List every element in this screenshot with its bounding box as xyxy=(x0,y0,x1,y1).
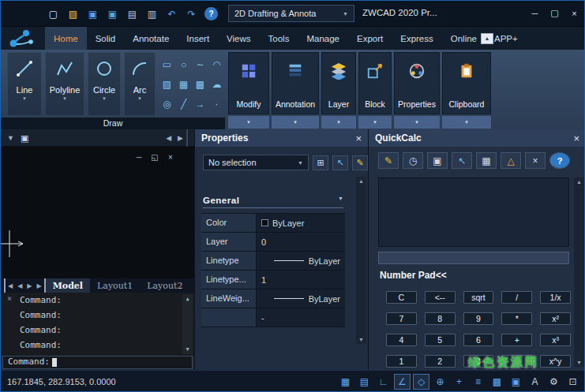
region-icon[interactable]: ▦ xyxy=(175,74,192,94)
tab-home[interactable]: Home xyxy=(45,27,87,50)
properties-panel-button[interactable]: Properties xyxy=(394,52,440,114)
scroll-right-icon[interactable]: ▶ xyxy=(174,129,186,147)
number-pad-toggle[interactable]: Number Pad<< xyxy=(380,270,447,281)
scroll-left-icon[interactable]: ◀ xyxy=(163,129,174,147)
doc-restore-button[interactable]: ◱ xyxy=(149,153,160,162)
scroll-up-icon[interactable]: ▲ xyxy=(576,177,582,186)
property-value[interactable]: 1 xyxy=(257,271,345,289)
distance-icon[interactable]: ▦ xyxy=(476,152,497,169)
properties-scrollbar[interactable]: ▲ ▼ xyxy=(356,177,366,344)
key-multiply[interactable]: * xyxy=(501,312,532,325)
tab-annotate[interactable]: Annotate xyxy=(124,27,178,50)
key-3[interactable]: 3 xyxy=(463,355,494,368)
doc-minimize-button[interactable]: ─ xyxy=(133,153,144,162)
key-7[interactable]: 7 xyxy=(386,312,417,325)
key-backspace[interactable]: <-- xyxy=(425,291,456,304)
history-icon[interactable]: ◷ xyxy=(403,152,423,169)
paste-icon[interactable]: ▣ xyxy=(427,152,448,169)
block-panel-button[interactable]: Block xyxy=(358,52,392,114)
close-icon[interactable]: × xyxy=(355,133,362,144)
clipboard-panel-strip[interactable]: ▼ xyxy=(442,116,491,129)
drawing-canvas[interactable]: ─ ◱ × xyxy=(1,147,194,278)
point-icon[interactable]: · xyxy=(208,95,225,114)
clipboard-panel-button[interactable]: Clipboard xyxy=(442,52,491,114)
property-value[interactable]: ByLayer xyxy=(257,252,345,270)
save-icon[interactable]: ▣ xyxy=(86,7,99,21)
modify-panel-strip[interactable]: ▼ xyxy=(228,116,269,129)
donut-icon[interactable]: ◎ xyxy=(159,95,175,114)
maximize-button[interactable]: ▢ xyxy=(545,5,564,21)
key-square[interactable]: x² xyxy=(540,312,571,325)
gear-icon[interactable]: ⚙ xyxy=(546,374,562,390)
close-icon[interactable]: × xyxy=(573,133,579,144)
layer-panel-button[interactable]: Layer xyxy=(321,52,356,114)
last-tab-icon[interactable]: ▶ xyxy=(34,278,45,293)
revcloud-icon[interactable]: ☁ xyxy=(208,74,225,94)
tab-layout1[interactable]: Layout1 xyxy=(90,278,140,293)
etrack-icon[interactable]: ⊕ xyxy=(432,374,448,390)
key-2[interactable]: 2 xyxy=(425,355,456,368)
key-power[interactable]: x^y xyxy=(540,355,571,368)
key-4[interactable]: 4 xyxy=(386,334,417,346)
hatch-icon[interactable]: ▨ xyxy=(159,74,175,94)
key-plus[interactable]: + xyxy=(501,334,532,346)
key-6[interactable]: 6 xyxy=(463,334,494,346)
grid-icon[interactable]: ▦ xyxy=(337,374,354,390)
redo-icon[interactable]: ↷ xyxy=(185,7,198,21)
dyn-icon[interactable]: + xyxy=(451,374,467,390)
scroll-down-icon[interactable]: ▼ xyxy=(186,345,189,354)
property-value[interactable]: ByLayer xyxy=(257,214,345,232)
scroll-down-icon[interactable]: ▼ xyxy=(576,358,582,367)
line-button[interactable]: Line ▼ xyxy=(7,52,42,116)
ortho-icon[interactable]: ∟ xyxy=(375,374,392,390)
property-value[interactable]: ByLayer xyxy=(257,289,345,308)
key-divide[interactable]: / xyxy=(501,291,532,304)
ray-icon[interactable]: → xyxy=(192,95,208,114)
scroll-up-icon[interactable]: ▲ xyxy=(358,177,364,185)
plot-icon[interactable]: ▥ xyxy=(145,7,159,21)
new-icon[interactable]: ▢ xyxy=(47,7,60,21)
tab-insert[interactable]: Insert xyxy=(178,27,218,50)
minimize-button[interactable]: ─ xyxy=(525,5,545,21)
intersection-icon[interactable]: × xyxy=(525,152,546,169)
select-objects-icon[interactable]: ↖ xyxy=(332,155,348,170)
key-5[interactable]: 5 xyxy=(425,334,456,346)
key-inverse[interactable]: 1/x xyxy=(540,291,571,304)
save-as-icon[interactable]: ▣ xyxy=(106,7,119,21)
toggle-pickadd-icon[interactable]: ✎ xyxy=(352,155,368,170)
gradient-icon[interactable]: ▩ xyxy=(192,74,208,94)
modify-panel-button[interactable]: Modify xyxy=(228,52,269,114)
clear-icon[interactable]: ✎ xyxy=(378,152,399,169)
ellipse-arc-icon[interactable]: ◠ xyxy=(208,54,225,74)
key-cube[interactable]: x³ xyxy=(540,334,571,346)
scroll-up-icon[interactable]: ▲ xyxy=(186,294,189,304)
circle-button[interactable]: Circle ▼ xyxy=(88,52,121,116)
fullscreen-icon[interactable]: ⊡ xyxy=(564,374,581,390)
ellipse-icon[interactable]: ○ xyxy=(175,54,192,74)
polar-icon[interactable]: ∠ xyxy=(394,374,411,390)
spline-icon[interactable]: ∼ xyxy=(192,54,208,74)
close-button[interactable]: × xyxy=(564,5,584,21)
snap-icon[interactable]: ▤ xyxy=(356,374,373,390)
annotation-panel-button[interactable]: Annotation xyxy=(272,52,319,114)
command-scrollbar[interactable]: ▲ ▼ xyxy=(182,294,193,354)
ribbon-minimize-icon[interactable]: ▲ xyxy=(481,33,493,44)
next-tab-icon[interactable]: ▶ xyxy=(24,278,34,293)
key-clear[interactable]: C xyxy=(386,291,417,304)
print-icon[interactable]: ▤ xyxy=(126,7,139,21)
annotation-scale-icon[interactable]: A xyxy=(527,374,543,390)
esnap-icon[interactable]: ◇ xyxy=(413,374,429,390)
tab-export[interactable]: Export xyxy=(348,27,392,50)
command-history[interactable]: × Command: Command: Command: Command: ▲ … xyxy=(1,293,194,356)
angle-icon[interactable]: △ xyxy=(501,152,521,169)
block-panel-strip[interactable]: ▼ xyxy=(358,116,392,129)
transparency-icon[interactable]: ▩ xyxy=(489,374,505,390)
key-1[interactable]: 1 xyxy=(386,355,417,368)
help-icon[interactable]: ? xyxy=(204,7,218,21)
quick-select-icon[interactable]: ⊞ xyxy=(313,155,328,170)
get-coordinates-icon[interactable]: ↖ xyxy=(452,152,472,169)
tab-layout2[interactable]: Layout2 xyxy=(140,278,189,293)
command-input[interactable]: Command: xyxy=(2,356,193,369)
tab-model[interactable]: Model xyxy=(46,278,90,293)
property-value[interactable]: 0 xyxy=(257,233,345,251)
